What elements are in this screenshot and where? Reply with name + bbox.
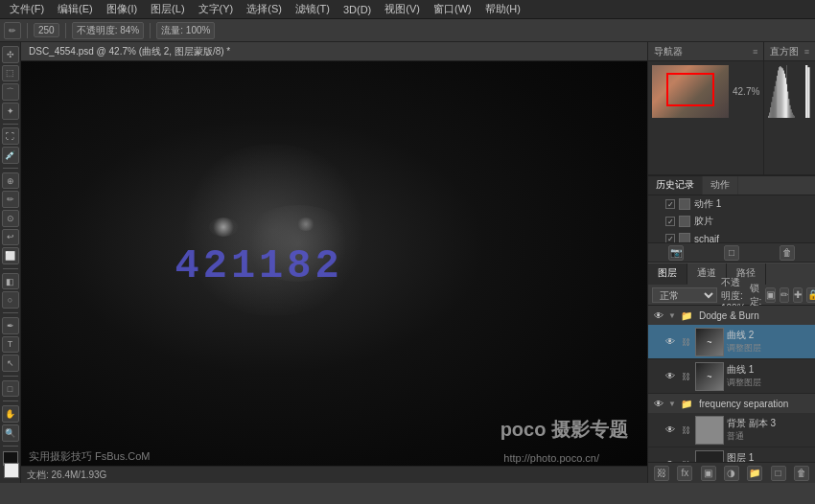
layer-mask-btn[interactable]: ▣ [701, 466, 716, 481]
svg-rect-16 [785, 78, 786, 118]
layer-thumbnail [695, 416, 724, 445]
menu-edit[interactable]: 编辑(E) [52, 0, 99, 18]
layer-row[interactable]: 👁 ⛓ 背景 副本 3 普通 [648, 413, 815, 447]
svg-rect-5 [774, 92, 775, 119]
history-item[interactable]: ✓ 胶片 [648, 213, 815, 230]
background-color[interactable] [4, 463, 19, 478]
left-toolbar: ✣ ⬚ ⌒ ✦ ⛶ 💉 ⊕ ✏ ⊙ ↩ ⬜ ◧ ○ ✒ T ↖ □ ✋ 🔍 [0, 42, 21, 483]
select-tool[interactable]: ⬚ [2, 65, 19, 82]
history-item[interactable]: ✓ 动作 1 [648, 195, 815, 213]
lock-transparent-btn[interactable]: ▣ [765, 287, 776, 303]
lock-all-btn[interactable]: 🔒 [806, 287, 815, 303]
layer-row[interactable]: 👁 ⛓ ~ 曲线 1 调整图层 [648, 359, 815, 394]
svg-rect-2 [771, 107, 772, 118]
svg-rect-11 [780, 66, 781, 118]
svg-rect-23 [793, 115, 794, 118]
canvas-overlay-number: 421182 [175, 243, 343, 289]
history-new-snapshot-btn[interactable]: 📷 [668, 245, 684, 261]
layer-row[interactable]: 👁 ⛓ 图层 1 普通 [648, 447, 815, 462]
history-brush-tool[interactable]: ↩ [2, 229, 19, 246]
tab-actions[interactable]: 动作 [703, 176, 738, 195]
dodge-tool[interactable]: ○ [2, 291, 19, 309]
svg-rect-18 [787, 92, 788, 119]
blend-mode-select[interactable]: 正常 正片叠底 滤色 [652, 287, 717, 303]
eyedropper-tool[interactable]: 💉 [2, 147, 19, 164]
layer-group-header[interactable]: 👁 ▼ 📁 frequency separation [648, 394, 815, 413]
menu-select[interactable]: 选择(S) [241, 0, 288, 18]
zoom-tool[interactable]: 🔍 [2, 424, 19, 442]
group-eye-icon[interactable]: 👁 [652, 309, 665, 322]
svg-rect-19 [789, 99, 790, 118]
layer-row[interactable]: 👁 ⛓ ~ 曲线 2 调整图层 [648, 325, 815, 359]
heal-tool[interactable]: ⊕ [2, 172, 19, 190]
move-tool[interactable]: ✣ [2, 46, 19, 63]
brush-size-input[interactable]: 250 [34, 23, 59, 37]
layer-eye-icon[interactable]: 👁 [664, 370, 677, 383]
nav-viewport-box [666, 73, 714, 106]
navigator-menu-icon[interactable]: ≡ [753, 47, 757, 57]
menu-type[interactable]: 文字(Y) [193, 0, 240, 18]
layer-link-btn[interactable]: ⛓ [654, 466, 669, 481]
layers-content[interactable]: 👁 ▼ 📁 Dodge & Burn 👁 ⛓ ~ 曲线 2 调整图层 👁 ⛓ ~… [648, 306, 815, 462]
layer-link-icon: ⛓ [682, 372, 690, 381]
history-item[interactable]: ✓ schaif [648, 230, 815, 242]
histogram-title: 直方图 [770, 45, 799, 58]
toolbar: ✏ 250 不透明度: 84% 流量: 100% [0, 19, 815, 42]
layer-new-btn[interactable]: □ [771, 466, 786, 481]
eye-right [296, 218, 315, 231]
canvas-tab[interactable]: DSC_4554.psd @ 42.7% (曲线 2, 图层蒙版/8) * [21, 42, 647, 61]
navigator-thumbnail[interactable] [652, 65, 729, 118]
layer-fx-btn[interactable]: fx [677, 466, 692, 481]
layer-delete-btn[interactable]: 🗑 [794, 466, 809, 481]
lasso-tool[interactable]: ⌒ [2, 83, 19, 101]
lock-position-btn[interactable]: ✚ [793, 287, 803, 303]
svg-rect-1 [769, 113, 770, 119]
history-delete-btn[interactable]: 🗑 [780, 245, 795, 261]
text-tool[interactable]: T [2, 336, 19, 354]
history-new-document-btn[interactable]: □ [724, 245, 739, 261]
shape-tool[interactable]: □ [2, 380, 19, 398]
layer-group-btn[interactable]: 📁 [747, 466, 762, 481]
history-content[interactable]: ✓ 动作 1✓ 胶片✓ schaif✓ auto1▼ autoskin colo… [648, 195, 815, 242]
group-eye-icon[interactable]: 👁 [652, 397, 665, 410]
svg-rect-9 [778, 71, 779, 119]
navigator-content: 42.7% [648, 61, 763, 122]
layer-name: 曲线 2 [727, 329, 811, 342]
layer-group-header[interactable]: 👁 ▼ 📁 Dodge & Burn [648, 306, 815, 325]
brush-tool[interactable]: ✏ [2, 191, 19, 208]
path-select-tool[interactable]: ↖ [2, 355, 19, 372]
histogram-header: 直方图 ≡ [764, 42, 815, 61]
canvas-content[interactable]: 421182 实用摄影技巧 FsBus.CoM http://photo.poc… [21, 61, 647, 471]
menu-view[interactable]: 视图(V) [379, 0, 426, 18]
pen-tool[interactable]: ✒ [2, 317, 19, 334]
layer-eye-icon[interactable]: 👁 [664, 335, 677, 349]
svg-rect-14 [783, 71, 784, 119]
navigator-icons: ≡ [753, 47, 757, 57]
layer-adjustment-btn[interactable]: ◑ [724, 466, 739, 481]
menu-help[interactable]: 帮助(H) [479, 0, 526, 18]
lock-pixels-btn[interactable]: ✏ [780, 287, 789, 303]
lock-label: 锁定: [750, 282, 762, 309]
menu-file[interactable]: 文件(F) [4, 0, 50, 18]
menu-3d[interactable]: 3D(D) [338, 2, 377, 17]
tool-sep-4 [3, 312, 18, 313]
histogram-menu-icon[interactable]: ≡ [804, 47, 809, 57]
menu-window[interactable]: 窗口(W) [428, 0, 477, 18]
tab-history[interactable]: 历史记录 [648, 176, 703, 195]
magic-wand-tool[interactable]: ✦ [2, 103, 19, 120]
menu-layer[interactable]: 图层(L) [145, 0, 190, 18]
tab-layers[interactable]: 图层 [648, 263, 687, 285]
svg-rect-13 [782, 68, 783, 118]
crop-tool[interactable]: ⛶ [2, 127, 19, 145]
eraser-tool[interactable]: ⬜ [2, 247, 19, 264]
watermark-left: 实用摄影技巧 FsBus.CoM [29, 449, 151, 464]
menu-filter[interactable]: 滤镜(T) [290, 0, 336, 18]
menu-image[interactable]: 图像(I) [101, 0, 143, 18]
brush-tool-icon[interactable]: ✏ [4, 22, 21, 39]
svg-rect-24 [794, 116, 795, 118]
clone-tool[interactable]: ⊙ [2, 210, 19, 227]
gradient-tool[interactable]: ◧ [2, 273, 19, 290]
history-footer: 📷 □ 🗑 [648, 242, 815, 262]
layer-eye-icon[interactable]: 👁 [664, 424, 677, 437]
hand-tool[interactable]: ✋ [2, 405, 19, 423]
